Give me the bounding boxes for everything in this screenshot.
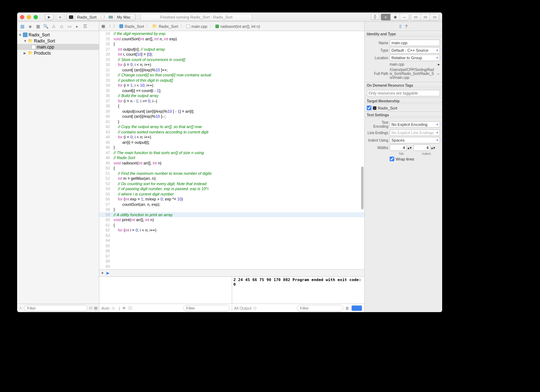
ondemand-section-header: On Demand Resource Tags bbox=[365, 82, 442, 88]
debug-area: ▾ ▶ 2 24 45 66 75 90 170 802 Program end… bbox=[99, 269, 364, 312]
console-scope-selector[interactable]: All Output bbox=[234, 306, 251, 310]
console-output[interactable]: 2 24 45 66 75 90 170 802 Program ended w… bbox=[232, 277, 365, 304]
navigator-filter-input[interactable] bbox=[24, 305, 88, 311]
back-button[interactable]: 〈 bbox=[107, 24, 111, 29]
symbol-navigator-icon[interactable]: ▦ bbox=[34, 23, 41, 30]
editor-mode-segmented[interactable]: ≡ ◉ ↔ bbox=[381, 14, 409, 21]
project-navigator-icon[interactable]: ▤ bbox=[19, 23, 26, 30]
reveal-in-finder-icon[interactable]: → bbox=[436, 72, 440, 76]
location-select[interactable]: Relative to Group bbox=[390, 55, 440, 61]
add-icon[interactable]: ＋ bbox=[19, 305, 22, 311]
find-navigator-icon[interactable]: 🔍 bbox=[42, 23, 49, 30]
quick-help-icon[interactable]: ? bbox=[405, 24, 407, 29]
forward-button[interactable]: 〉 bbox=[113, 24, 117, 29]
tree-group[interactable]: ▼📁Radix_Sort bbox=[17, 38, 99, 44]
close-window-button[interactable] bbox=[20, 15, 24, 19]
navigator-panel: ▤ ◈ ▦ 🔍 ⚠ ◇ ▭ ▸ ☰ ▼Radix_Sort ▼📁Radix_So… bbox=[17, 22, 99, 312]
debug-navigator-icon[interactable]: ▭ bbox=[66, 23, 73, 30]
text-settings-header: Text Settings bbox=[365, 112, 442, 118]
debug-pane-toggle[interactable] bbox=[351, 305, 362, 311]
toggle-navigator-icon[interactable]: ▭ bbox=[411, 14, 420, 20]
navigator-tabs: ▤ ◈ ▦ 🔍 ⚠ ◇ ▭ ▸ ☰ bbox=[17, 22, 99, 31]
titlebar: ▶ ■ Radix_Sort 〉 My Mac Finished running… bbox=[17, 12, 442, 22]
indent-using-select[interactable]: Spaces bbox=[390, 137, 440, 143]
console-filter-input[interactable] bbox=[297, 305, 343, 311]
xcode-window: ▶ ■ Radix_Sort 〉 My Mac Finished running… bbox=[17, 12, 442, 312]
zoom-window-button[interactable] bbox=[34, 15, 38, 19]
file-inspector-icon[interactable]: ▯ bbox=[399, 24, 401, 29]
inspector-panel: ▯ ? Identity and Type Namemain.cpp TypeD… bbox=[364, 22, 442, 312]
debug-hide-icon[interactable]: ▾ bbox=[101, 271, 104, 275]
name-field[interactable]: main.cpp bbox=[390, 40, 440, 46]
variables-filter-input[interactable] bbox=[183, 305, 230, 311]
standard-editor-icon[interactable]: ≡ bbox=[381, 14, 390, 20]
project-tree: ▼Radix_Sort ▼📁Radix_Sort main.cpp ▶📁Prod… bbox=[17, 31, 99, 304]
toggle-inspector-icon[interactable]: ▭ bbox=[430, 14, 439, 20]
vertical-scrollbar[interactable] bbox=[361, 167, 364, 209]
quicklook-icon[interactable]: 👁 bbox=[122, 306, 126, 310]
line-gutter[interactable]: 2425262728293031323334353637383940414243… bbox=[99, 31, 112, 269]
print-description-icon[interactable]: ⓘ bbox=[128, 305, 132, 311]
wrap-lines-checkbox[interactable]: Wrap lines bbox=[390, 157, 414, 161]
minimize-window-button[interactable] bbox=[27, 15, 31, 19]
tab-width-field[interactable] bbox=[390, 144, 407, 151]
target-section-header: Target Membership bbox=[365, 98, 442, 104]
library-button[interactable]: {} bbox=[371, 14, 379, 20]
tree-project-root[interactable]: ▼Radix_Sort bbox=[17, 32, 99, 38]
recent-filter-icon[interactable]: ◷ bbox=[89, 306, 92, 310]
source-editor[interactable]: 2425262728293031323334353637383940414243… bbox=[99, 31, 364, 269]
stop-button[interactable]: ■ bbox=[56, 14, 64, 20]
jump-bar[interactable]: ▦ 〈 〉 Radix_Sort 〉 📁Radix_Sort 〉 main.cp… bbox=[99, 22, 364, 31]
choose-location-icon[interactable]: ▸ bbox=[438, 62, 440, 67]
source-control-navigator-icon[interactable]: ◈ bbox=[26, 23, 34, 30]
run-button[interactable]: ▶ bbox=[45, 14, 54, 20]
ondemand-tags-field bbox=[367, 90, 440, 96]
variables-scope-selector[interactable]: Auto bbox=[101, 306, 110, 310]
test-navigator-icon[interactable]: ◇ bbox=[58, 23, 65, 30]
navigator-filter-bar: ＋ ◷ ▦ bbox=[17, 304, 99, 312]
code-content[interactable]: // the digit represented by exp.void cou… bbox=[114, 31, 364, 233]
variables-view[interactable] bbox=[99, 277, 232, 304]
line-endings-select[interactable]: No Explicit Line Endings bbox=[390, 129, 440, 136]
scm-filter-icon[interactable]: ▦ bbox=[94, 306, 98, 310]
text-encoding-select[interactable]: No Explicit Encoding bbox=[390, 121, 440, 128]
breakpoint-navigator-icon[interactable]: ▸ bbox=[74, 23, 81, 30]
tree-file-main[interactable]: main.cpp bbox=[17, 44, 99, 50]
version-editor-icon[interactable]: ↔ bbox=[400, 14, 409, 20]
related-items-icon[interactable]: ▦ bbox=[101, 24, 105, 29]
issue-navigator-icon[interactable]: ⚠ bbox=[50, 23, 57, 30]
report-navigator-icon[interactable]: ☰ bbox=[81, 23, 89, 30]
clear-console-icon[interactable]: 🗑 bbox=[345, 306, 349, 310]
activity-status: Finished running Radix_Sort : Radix_Sort bbox=[140, 14, 252, 21]
scheme-selector[interactable]: Radix_Sort 〉 My Mac bbox=[66, 14, 135, 21]
target-membership-checkbox[interactable]: Radix_Sort bbox=[367, 106, 440, 110]
type-select[interactable]: Default - C++ Source bbox=[390, 47, 440, 54]
assistant-editor-icon[interactable]: ◉ bbox=[390, 14, 400, 20]
panel-toggles[interactable]: ▭ ▭ ▭ bbox=[411, 14, 439, 21]
identity-section-header: Identity and Type bbox=[365, 31, 442, 37]
debug-breakpoint-icon[interactable]: ▶ bbox=[106, 271, 109, 275]
tree-products[interactable]: ▶📁Products bbox=[17, 50, 99, 56]
indent-width-field[interactable] bbox=[413, 144, 430, 151]
toggle-debug-icon[interactable]: ▭ bbox=[420, 14, 430, 20]
